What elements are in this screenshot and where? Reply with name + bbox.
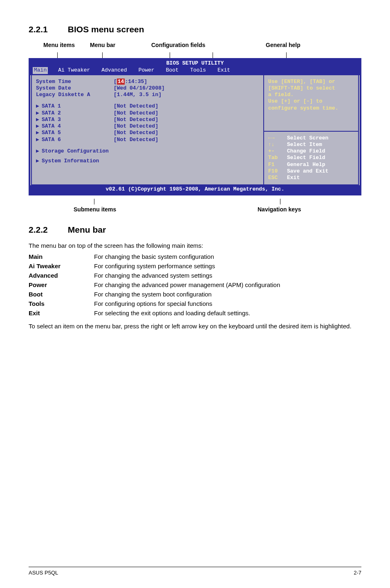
field-system-date-label: System Date — [36, 85, 114, 92]
bios-tab-power[interactable]: Power — [137, 67, 156, 74]
bios-title: BIOS SETUP UTILITY — [30, 60, 360, 67]
bios-tab-exit[interactable]: Exit — [216, 67, 231, 74]
triangle-right-icon: ▶ — [36, 117, 42, 123]
triangle-right-icon: ▶ — [36, 158, 42, 164]
submenu-sata-1[interactable]: ▶SATA 1[Not Detected] — [36, 103, 259, 110]
label-menu-bar: Menu bar — [90, 42, 115, 48]
triangle-right-icon: ▶ — [36, 130, 42, 136]
label-general-help: General help — [266, 42, 300, 48]
def-term-exit: Exit — [29, 310, 94, 316]
triangle-right-icon: ▶ — [36, 110, 42, 117]
diagram-bottom-labels: Submenu items Navigation keys — [29, 199, 361, 215]
nav-key-f1: F1 — [268, 162, 287, 168]
label-menu-items: Menu items — [43, 42, 75, 48]
closing-paragraph: To select an item on the menu bar, press… — [29, 322, 361, 330]
diagram-top-labels: Menu items Menu bar Configuration fields… — [29, 42, 361, 52]
triangle-right-icon: ▶ — [36, 137, 42, 143]
section-number: 2.2.2 — [29, 225, 65, 235]
submenu-sata-4[interactable]: ▶SATA 4[Not Detected] — [36, 123, 259, 130]
page-footer: ASUS P5QL 2-7 — [29, 567, 361, 576]
bios-tab-tools[interactable]: Tools — [189, 67, 207, 74]
bios-screenshot: BIOS SETUP UTILITY Main Ai Tweaker Advan… — [29, 58, 361, 195]
bios-help-panel: Use [ENTER], [TAB] or [SHIFT-TAB] to sel… — [264, 75, 358, 132]
bios-tab-ai-tweaker[interactable]: Ai Tweaker — [57, 67, 91, 74]
nav-key-pm: +- — [268, 148, 287, 155]
def-term-ai-tweaker: Ai Tweaker — [29, 263, 94, 269]
def-term-power: Power — [29, 281, 94, 288]
nav-key-f10: F10 — [268, 168, 287, 175]
def-term-tools: Tools — [29, 300, 94, 307]
field-legacy-diskette-label: Legacy Diskette A — [36, 92, 114, 98]
label-navigation-keys: Navigation keys — [258, 206, 301, 213]
section-heading-221: 2.2.1 BIOS menu screen — [29, 25, 361, 34]
label-config-fields: Configuration fields — [151, 42, 205, 48]
submenu-sata-6[interactable]: ▶SATA 6[Not Detected] — [36, 137, 259, 143]
nav-key-esc: ESC — [268, 175, 287, 181]
submenu-sata-3[interactable]: ▶SATA 3[Not Detected] — [36, 117, 259, 123]
triangle-right-icon: ▶ — [36, 103, 42, 110]
bios-menubar: Main Ai Tweaker Advanced Power Boot Tool… — [30, 67, 360, 75]
field-system-time-value[interactable]: [14:14:35] — [114, 79, 147, 85]
nav-key-tab: Tab — [268, 155, 287, 161]
footer-left: ASUS P5QL — [29, 570, 58, 576]
def-term-advanced: Advanced — [29, 272, 94, 279]
bios-tab-main[interactable]: Main — [33, 67, 48, 74]
section-number: 2.2.1 — [29, 25, 65, 34]
submenu-sata-2[interactable]: ▶SATA 2[Not Detected] — [36, 110, 259, 117]
triangle-right-icon: ▶ — [36, 123, 42, 130]
field-legacy-diskette-value[interactable]: [1.44M, 3.5 in] — [114, 92, 161, 98]
triangle-right-icon: ▶ — [36, 148, 42, 155]
footer-right: 2-7 — [354, 570, 361, 576]
def-term-main: Main — [29, 253, 94, 260]
bios-main-panel: System Time [14:14:35] System Date [Wed … — [32, 75, 263, 168]
diagram-top-ticks — [29, 52, 361, 58]
field-system-date-value[interactable]: [Wed 04/16/2008] — [114, 85, 165, 92]
section-heading-222: 2.2.2 Menu bar — [29, 225, 361, 235]
submenu-storage-configuration[interactable]: ▶Storage Configuration — [36, 148, 259, 155]
section-title: BIOS menu screen — [68, 25, 144, 34]
field-system-time-label: System Time — [36, 79, 114, 85]
menubar-intro-text: The menu bar on top of the screen has th… — [29, 242, 361, 249]
submenu-system-information[interactable]: ▶System Information — [36, 158, 259, 164]
bios-tab-advanced[interactable]: Advanced — [100, 67, 128, 74]
bios-nav-panel: ←→Select Screen ↑↓Select Item +-Change F… — [264, 132, 358, 185]
submenu-sata-5[interactable]: ▶SATA 5[Not Detected] — [36, 130, 259, 136]
nav-key-lr: ←→ — [268, 135, 287, 141]
menubar-definition-list: MainFor changing the basic system config… — [29, 253, 361, 316]
label-submenu-items: Submenu items — [74, 206, 116, 213]
nav-key-ud: ↑↓ — [268, 141, 287, 148]
def-term-boot: Boot — [29, 291, 94, 298]
field-system-time-hour[interactable]: 14 — [117, 79, 125, 85]
bios-tab-boot[interactable]: Boot — [165, 67, 180, 74]
section-title: Menu bar — [68, 225, 106, 234]
bios-copyright: v02.61 (C)Copyright 1985-2008, American … — [30, 185, 360, 193]
